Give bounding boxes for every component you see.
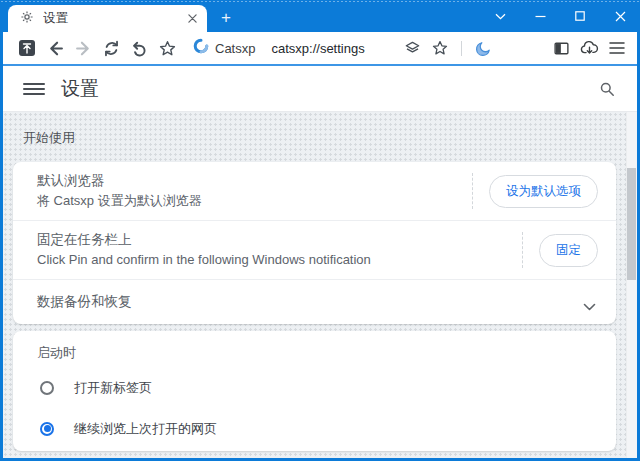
row-title: 数据备份和恢复 [37, 292, 583, 312]
section-label-get-started: 开始使用 [3, 112, 637, 162]
menu-icon[interactable] [23, 80, 45, 98]
forward-icon [69, 35, 97, 61]
site-label: Catsxp [215, 41, 255, 56]
pin-taskbar-row: 固定在任务栏上 Click Pin and confirm in the fol… [13, 221, 616, 280]
chevron-down-icon [583, 298, 596, 307]
settings-body: 开始使用 默认浏览器 将 Catsxp 设置为默认浏览器 设为默认选项 固定在任… [3, 112, 637, 458]
option-label: 继续浏览上次打开的网页 [74, 420, 217, 438]
startup-card: 启动时 打开新标签页 继续浏览上次打开的网页 [13, 331, 616, 451]
pin-button[interactable]: 固定 [539, 234, 598, 267]
section-label-on-startup: 启动时 [13, 343, 616, 367]
gear-icon [20, 10, 34, 28]
sidebar-icon[interactable] [547, 35, 575, 61]
moon-icon[interactable] [469, 35, 497, 61]
new-tab-button[interactable]: + [214, 8, 238, 28]
row-text: 默认浏览器 将 Catsxp 设置为默认浏览器 [37, 171, 464, 211]
search-icon[interactable] [599, 81, 615, 97]
close-icon[interactable] [600, 0, 640, 32]
window-controls [480, 0, 640, 32]
radio-selected-icon[interactable] [40, 422, 54, 436]
cloud-download-icon[interactable] [575, 35, 603, 61]
address-bar[interactable]: Catsxp catsxp://settings [193, 35, 497, 61]
row-title: 固定在任务栏上 [37, 230, 514, 250]
scrollbar-thumb[interactable] [627, 168, 636, 280]
tab-strip: 设置 + [0, 0, 640, 32]
maximize-icon[interactable] [560, 0, 600, 32]
set-default-button[interactable]: 设为默认选项 [489, 175, 598, 208]
row-text: 数据备份和恢复 [37, 292, 583, 312]
minimize-icon[interactable] [520, 0, 560, 32]
radio-unselected-icon[interactable] [40, 381, 54, 395]
option-label: 打开新标签页 [74, 379, 152, 397]
url-text: catsxp://settings [271, 41, 364, 56]
browser-window: 设置 + [0, 0, 640, 461]
startup-option-new-tab[interactable]: 打开新标签页 [13, 367, 616, 408]
layers-icon[interactable] [398, 35, 426, 61]
startup-option-continue[interactable]: 继续浏览上次打开的网页 [13, 408, 616, 449]
page-title: 设置 [61, 76, 99, 102]
hamburger-icon[interactable] [603, 35, 631, 61]
catsxp-logo [193, 38, 209, 58]
divider [461, 41, 462, 56]
browser-toolbar: Catsxp catsxp://settings [3, 32, 637, 64]
setup-card: 默认浏览器 将 Catsxp 设置为默认浏览器 设为默认选项 固定在任务栏上 C… [13, 162, 616, 324]
dashed-divider [522, 232, 523, 268]
window-chevron-icon[interactable] [480, 0, 520, 32]
tab-close-icon[interactable] [183, 10, 201, 28]
bookmark-star-icon[interactable] [426, 35, 454, 61]
row-title: 默认浏览器 [37, 171, 464, 191]
tab-title: 设置 [43, 10, 183, 27]
toolbar-right-icons [547, 35, 631, 61]
scrollbar-track[interactable] [626, 112, 637, 458]
window-content: Catsxp catsxp://settings [3, 32, 637, 458]
row-subtitle: 将 Catsxp 设置为默认浏览器 [37, 191, 464, 211]
row-text: 固定在任务栏上 Click Pin and confirm in the fol… [37, 230, 514, 270]
settings-header: 设置 [3, 66, 637, 112]
address-bar-icons [398, 35, 497, 61]
undo-icon[interactable] [125, 35, 153, 61]
back-icon[interactable] [41, 35, 69, 61]
refresh-icon[interactable] [97, 35, 125, 61]
dashed-divider [472, 173, 473, 209]
backup-restore-row[interactable]: 数据备份和恢复 [13, 280, 616, 324]
default-browser-row: 默认浏览器 将 Catsxp 设置为默认浏览器 设为默认选项 [13, 162, 616, 221]
row-subtitle: Click Pin and confirm in the following W… [37, 250, 514, 270]
tab-settings[interactable]: 设置 [8, 5, 207, 32]
star-outline-icon[interactable] [153, 35, 181, 61]
boss-key-icon[interactable] [13, 35, 41, 61]
